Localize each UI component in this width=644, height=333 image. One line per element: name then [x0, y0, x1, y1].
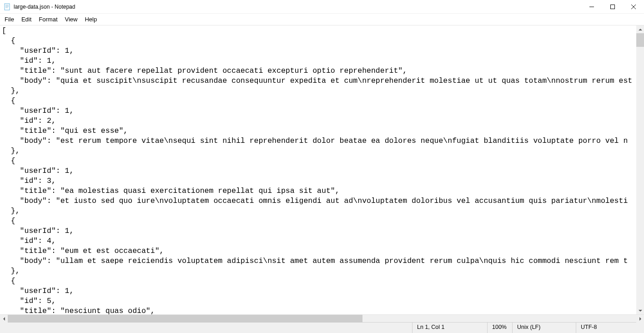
status-cursor-position: Ln 1, Col 1 [412, 323, 487, 333]
menu-file[interactable]: File [1, 15, 18, 24]
menu-edit[interactable]: Edit [18, 15, 35, 24]
window-controls [581, 0, 644, 14]
horizontal-scrollbar[interactable] [0, 314, 644, 322]
status-bar: Ln 1, Col 1 100% Unix (LF) UTF-8 [0, 322, 644, 333]
status-zoom: 100% [487, 323, 512, 333]
svg-marker-9 [639, 29, 642, 30]
scroll-down-button[interactable] [636, 307, 644, 314]
menu-view[interactable]: View [61, 15, 81, 24]
svg-marker-10 [639, 310, 642, 312]
vertical-scroll-thumb[interactable] [636, 33, 644, 47]
svg-marker-12 [639, 317, 641, 321]
status-line-ending: Unix (LF) [512, 323, 576, 333]
notepad-icon [4, 3, 11, 10]
content-area: [ { "userId": 1, "id": 1, "title": "sunt… [0, 25, 644, 314]
horizontal-scroll-thumb[interactable] [8, 315, 362, 323]
text-editor[interactable]: [ { "userId": 1, "id": 1, "title": "sunt… [0, 25, 644, 314]
scroll-left-button[interactable] [0, 315, 8, 323]
menu-bar: File Edit Format View Help [0, 14, 644, 25]
minimize-button[interactable] [581, 0, 602, 14]
svg-marker-11 [3, 317, 5, 321]
menu-format[interactable]: Format [35, 15, 61, 24]
maximize-button[interactable] [602, 0, 623, 14]
window-title: large-data.json - Notepad [14, 4, 75, 10]
status-encoding: UTF-8 [576, 323, 644, 333]
status-spacer [0, 323, 412, 333]
scroll-right-button[interactable] [636, 315, 644, 323]
title-bar: large-data.json - Notepad [0, 0, 644, 14]
svg-rect-6 [611, 5, 615, 9]
vertical-scrollbar[interactable] [636, 25, 644, 314]
scroll-up-button[interactable] [636, 25, 644, 33]
close-button[interactable] [623, 0, 644, 14]
menu-help[interactable]: Help [81, 15, 101, 24]
